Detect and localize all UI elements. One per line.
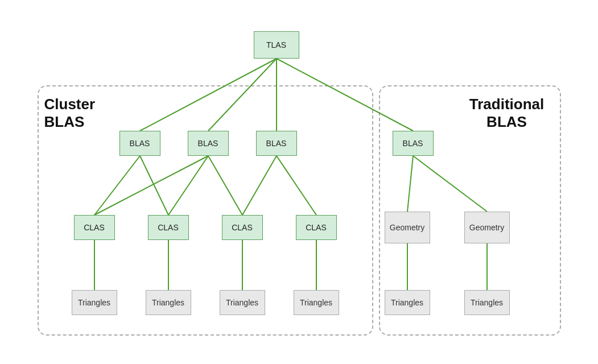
- tri6-node: Triangles: [464, 290, 510, 315]
- clas3-label: CLAS: [232, 223, 253, 232]
- cluster-blas-label: ClusterBLAS: [44, 96, 118, 131]
- blas3-node: BLAS: [256, 131, 297, 156]
- clas1-label: CLAS: [84, 223, 105, 232]
- clas3-node: CLAS: [222, 215, 263, 240]
- clas4-node: CLAS: [296, 215, 337, 240]
- tri2-node: Triangles: [146, 290, 191, 315]
- tlas-label: TLAS: [266, 40, 286, 49]
- tri3-node: Triangles: [220, 290, 265, 315]
- blas1-label: BLAS: [130, 139, 150, 148]
- blas2-node: BLAS: [188, 131, 229, 156]
- tri4-label: Triangles: [300, 298, 332, 307]
- tri5-node: Triangles: [385, 290, 430, 315]
- blas1-node: BLAS: [119, 131, 160, 156]
- geo2-node: Geometry: [464, 212, 510, 243]
- blas3-label: BLAS: [266, 139, 287, 148]
- tri2-label: Triangles: [152, 298, 184, 307]
- tri3-label: Triangles: [226, 298, 258, 307]
- blas4-label: BLAS: [403, 139, 423, 148]
- tri6-label: Triangles: [471, 298, 503, 307]
- traditional-blas-label: TraditionalBLAS: [464, 96, 550, 131]
- geo1-label: Geometry: [390, 223, 424, 232]
- blas2-label: BLAS: [198, 139, 218, 148]
- clas1-node: CLAS: [74, 215, 115, 240]
- geo2-label: Geometry: [469, 223, 504, 232]
- clas2-label: CLAS: [158, 223, 179, 232]
- tri1-node: Triangles: [72, 290, 117, 315]
- tri5-label: Triangles: [391, 298, 423, 307]
- tri4-node: Triangles: [294, 290, 339, 315]
- geo1-node: Geometry: [385, 212, 430, 243]
- blas4-node: BLAS: [393, 131, 434, 156]
- clas4-label: CLAS: [306, 223, 327, 232]
- clas2-node: CLAS: [148, 215, 189, 240]
- tlas-node: TLAS: [254, 31, 299, 59]
- tri1-label: Triangles: [78, 298, 110, 307]
- diagram: ClusterBLAS TraditionalBLAS: [20, 11, 578, 353]
